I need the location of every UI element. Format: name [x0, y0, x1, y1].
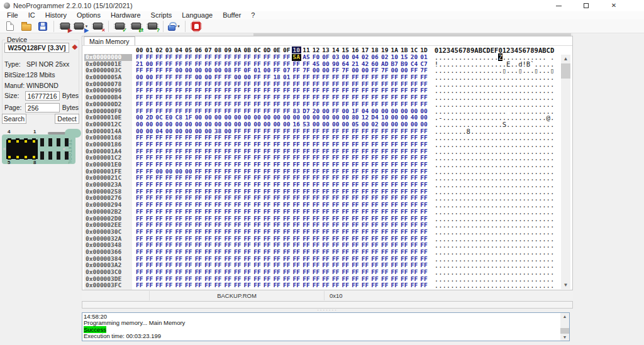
- byte-cell[interactable]: FF: [360, 229, 370, 236]
- menu-item-history[interactable]: History: [40, 11, 72, 19]
- byte-cell[interactable]: FF: [360, 101, 370, 108]
- byte-cell[interactable]: FF: [331, 101, 341, 108]
- dropdown-caret-icon[interactable]: ▼: [177, 25, 180, 28]
- byte-cell[interactable]: FF: [154, 289, 164, 290]
- byte-cell[interactable]: FF: [399, 101, 409, 108]
- detect-button[interactable]: Detect: [55, 114, 79, 124]
- byte-cell[interactable]: FF: [380, 229, 390, 236]
- byte-cell[interactable]: FF: [409, 101, 419, 108]
- byte-cell[interactable]: FF: [184, 209, 194, 216]
- menu-item-file[interactable]: File: [2, 11, 23, 19]
- byte-cell[interactable]: FF: [350, 229, 360, 236]
- byte-cell[interactable]: 00: [409, 121, 419, 128]
- byte-cell[interactable]: 00: [282, 121, 292, 128]
- byte-cell[interactable]: FF: [184, 289, 194, 290]
- byte-cell[interactable]: FF: [282, 229, 292, 236]
- minimize-button[interactable]: [545, 0, 572, 11]
- byte-cell[interactable]: FF: [272, 101, 282, 108]
- byte-cell[interactable]: 00: [360, 121, 370, 128]
- byte-cell[interactable]: FF: [164, 209, 174, 216]
- byte-cell[interactable]: FF: [311, 229, 321, 236]
- byte-cell[interactable]: 00: [145, 121, 155, 128]
- byte-cell[interactable]: FF: [223, 229, 233, 236]
- byte-cell[interactable]: FF: [223, 101, 233, 108]
- byte-cell[interactable]: FF: [419, 289, 429, 290]
- byte-cell[interactable]: FF: [203, 101, 213, 108]
- byte-cell[interactable]: FF: [282, 289, 292, 290]
- byte-cell[interactable]: FF: [135, 209, 145, 216]
- byte-cell[interactable]: FF: [262, 101, 272, 108]
- byte-cell[interactable]: FF: [370, 101, 380, 108]
- byte-cell[interactable]: FF: [350, 101, 360, 108]
- byte-cell[interactable]: FF: [321, 209, 331, 216]
- byte-cell[interactable]: FF: [213, 101, 223, 108]
- byte-cell[interactable]: FF: [243, 101, 253, 108]
- byte-cell[interactable]: FF: [203, 209, 213, 216]
- byte-cell[interactable]: FF: [292, 289, 302, 290]
- byte-cell[interactable]: FF: [145, 101, 155, 108]
- byte-cell[interactable]: FF: [331, 289, 341, 290]
- write-ic-button[interactable]: ▶▼: [74, 19, 89, 33]
- read-ic-button[interactable]: ▶: [57, 19, 72, 33]
- close-button[interactable]: ✕: [600, 0, 628, 11]
- byte-cell[interactable]: FF: [321, 229, 331, 236]
- byte-cell[interactable]: FF: [409, 209, 419, 216]
- byte-cell[interactable]: FF: [154, 209, 164, 216]
- ascii-cell[interactable]: ..............................: [435, 101, 555, 108]
- byte-cell[interactable]: FF: [135, 101, 145, 108]
- byte-cell[interactable]: FF: [331, 229, 341, 236]
- byte-cell[interactable]: FF: [243, 209, 253, 216]
- byte-cell[interactable]: FF: [311, 101, 321, 108]
- byte-cell[interactable]: 00: [272, 121, 282, 128]
- ascii-cell[interactable]: ..............................: [435, 229, 555, 236]
- byte-cell[interactable]: FF: [380, 209, 390, 216]
- byte-cell[interactable]: FF: [409, 289, 419, 290]
- byte-cell[interactable]: FF: [292, 209, 302, 216]
- byte-cell[interactable]: FF: [233, 289, 243, 290]
- byte-cell[interactable]: FF: [262, 289, 272, 290]
- byte-cell[interactable]: FF: [145, 229, 155, 236]
- byte-cell[interactable]: FF: [331, 209, 341, 216]
- menu-item-scripts[interactable]: Scripts: [146, 11, 177, 19]
- byte-cell[interactable]: FF: [311, 289, 321, 290]
- byte-cell[interactable]: 00: [243, 121, 253, 128]
- byte-cell[interactable]: FF: [174, 209, 184, 216]
- byte-cell[interactable]: FF: [262, 209, 272, 216]
- byte-cell[interactable]: 16: [292, 121, 302, 128]
- byte-cell[interactable]: FF: [370, 209, 380, 216]
- byte-cell[interactable]: FF: [135, 289, 145, 290]
- byte-cell[interactable]: FF: [194, 209, 204, 216]
- byte-cell[interactable]: 00: [174, 121, 184, 128]
- byte-cell[interactable]: FF: [233, 229, 243, 236]
- byte-cell[interactable]: FF: [272, 229, 282, 236]
- byte-cell[interactable]: FF: [350, 289, 360, 290]
- erase-ic-button[interactable]: ×: [90, 19, 105, 33]
- byte-cell[interactable]: FF: [340, 289, 350, 290]
- new-file-button[interactable]: [3, 19, 18, 33]
- byte-cell[interactable]: FF: [399, 209, 409, 216]
- byte-cell[interactable]: FF: [233, 209, 243, 216]
- byte-cell[interactable]: FF: [203, 229, 213, 236]
- byte-cell[interactable]: 00: [380, 121, 390, 128]
- byte-cell[interactable]: FF: [311, 209, 321, 216]
- byte-cell[interactable]: FF: [321, 101, 331, 108]
- byte-cell[interactable]: FF: [419, 101, 429, 108]
- byte-cell[interactable]: FF: [243, 229, 253, 236]
- byte-cell[interactable]: 00: [262, 121, 272, 128]
- ascii-cell[interactable]: .................S............: [435, 121, 555, 128]
- byte-cell[interactable]: FF: [252, 229, 262, 236]
- byte-cell[interactable]: FF: [301, 101, 311, 108]
- byte-cell[interactable]: FF: [370, 229, 380, 236]
- byte-cell[interactable]: FF: [243, 289, 253, 290]
- log-text[interactable]: 14:58:20Programming memory... Main Memor…: [84, 314, 559, 341]
- byte-cell[interactable]: FF: [282, 101, 292, 108]
- byte-cell[interactable]: FF: [194, 101, 204, 108]
- byte-cell[interactable]: FF: [154, 229, 164, 236]
- pdf-datasheet-icon[interactable]: ❖: [71, 43, 79, 52]
- byte-cell[interactable]: FF: [145, 209, 155, 216]
- byte-cell[interactable]: FF: [360, 209, 370, 216]
- byte-cell[interactable]: FF: [370, 289, 380, 290]
- tab-main-memory[interactable]: Main Memory: [84, 36, 135, 46]
- byte-cell[interactable]: FF: [223, 209, 233, 216]
- byte-cell[interactable]: 02: [370, 121, 380, 128]
